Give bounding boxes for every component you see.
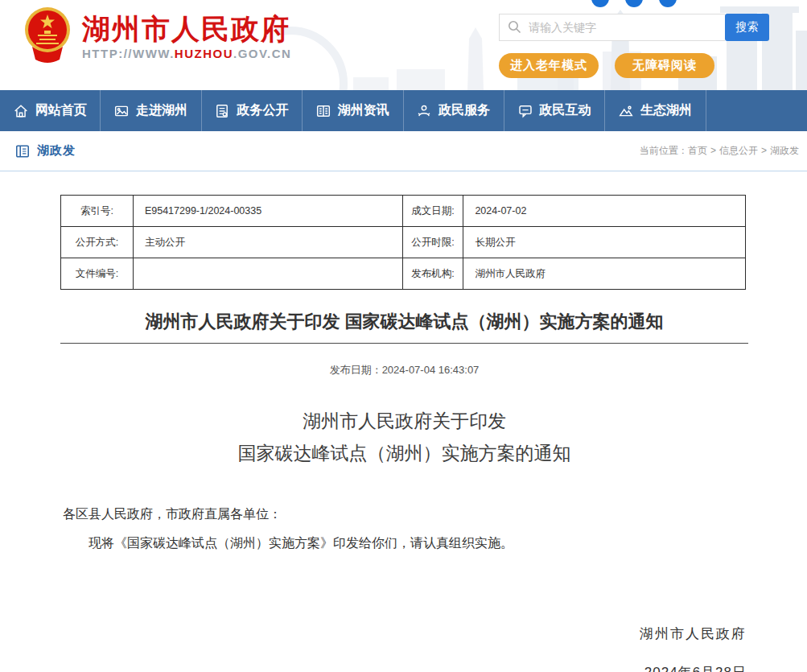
document-content: 索引号: E95417299-1/2024-00335 成文日期: 2024-0…	[60, 195, 748, 672]
document-folder-icon	[14, 143, 31, 159]
nav-item-civic-services[interactable]: 政民服务	[404, 90, 504, 131]
eco-mountain-icon	[619, 104, 633, 118]
meta-value-issue-date: 2024-07-02	[463, 196, 746, 227]
signature-agency: 湖州市人民政府	[60, 625, 748, 643]
scenery-icon	[114, 104, 129, 118]
site-header: 湖州市人民政府 HTTP://WWW.HUZHOU.GOV.CN 搜索 进入老年…	[0, 0, 807, 90]
table-row: 索引号: E95417299-1/2024-00335 成文日期: 2024-0…	[61, 196, 746, 227]
site-url: HTTP://WWW.HUZHOU.GOV.CN	[82, 47, 291, 60]
section-title: 湖政发	[37, 143, 76, 159]
search-input[interactable]	[499, 14, 725, 41]
document-title-line2: 国家碳达峰试点（湖州）实施方案的通知	[60, 437, 748, 469]
service-icon	[417, 104, 431, 118]
meta-label-disclosure-method: 公开方式:	[61, 227, 134, 258]
meta-value-index-number: E95417299-1/2024-00335	[133, 196, 402, 227]
elder-mode-button[interactable]: 进入老年模式	[499, 53, 599, 78]
document-title: 湖州市人民政府关于印发 国家碳达峰试点（湖州）实施方案的通知	[60, 405, 748, 469]
breadcrumb-link-info-disclosure[interactable]: 信息公开	[719, 145, 758, 156]
publish-date: 发布日期：2024-07-04 16:43:07	[60, 363, 748, 377]
national-emblem-icon	[23, 6, 72, 66]
nav-spacer	[706, 90, 807, 131]
barrier-free-reading-button[interactable]: 无障碍阅读	[615, 53, 714, 78]
breadcrumb-bar: 湖政发 当前位置：首页>信息公开>湖政发	[0, 131, 807, 171]
site-logo[interactable]: 湖州市人民政府 HTTP://WWW.HUZHOU.GOV.CN	[23, 6, 291, 66]
document-title-line1: 湖州市人民政府关于印发	[60, 405, 748, 437]
meta-value-disclosure-period: 长期公开	[463, 227, 746, 258]
site-name: 湖州市人民政府	[82, 13, 291, 45]
search-bar: 搜索	[499, 14, 769, 41]
breadcrumb-location-label: 当前位置：	[640, 145, 688, 156]
news-icon	[316, 104, 331, 118]
home-icon	[14, 104, 28, 118]
breadcrumb-link-home[interactable]: 首页	[688, 145, 707, 156]
document-meta-table: 索引号: E95417299-1/2024-00335 成文日期: 2024-0…	[60, 195, 746, 290]
meta-label-file-number: 文件编号:	[61, 258, 134, 290]
title-divider	[60, 343, 748, 344]
meta-label-issue-date: 成文日期:	[402, 196, 463, 227]
nav-item-home[interactable]: 网站首页	[0, 90, 101, 131]
section-heading: 湖政发	[14, 143, 76, 159]
breadcrumb-current[interactable]: 湖政发	[770, 145, 799, 156]
table-row: 文件编号: 发布机构: 湖州市人民政府	[61, 258, 746, 290]
search-icon	[508, 20, 521, 34]
meta-label-disclosure-period: 公开时限:	[402, 227, 463, 258]
salutation-paragraph: 各区县人民政府，市政府直属各单位：	[60, 506, 748, 523]
body-paragraph: 现将《国家碳达峰试点（湖州）实施方案》印发给你们，请认真组织实施。	[60, 535, 748, 552]
search-button[interactable]: 搜索	[725, 14, 769, 41]
breadcrumb: 当前位置：首页>信息公开>湖政发	[640, 144, 799, 158]
meta-label-index-number: 索引号:	[61, 196, 134, 227]
nav-item-about-huzhou[interactable]: 走进湖州	[101, 90, 201, 131]
main-navigation: 网站首页 走进湖州 政务公开 湖州资讯 政民服务 政民互动 生态湖州	[0, 90, 807, 131]
meta-label-issuing-agency: 发布机构:	[402, 258, 463, 290]
nav-item-gov-disclosure[interactable]: 政务公开	[202, 90, 303, 131]
nav-item-eco-huzhou[interactable]: 生态湖州	[605, 90, 706, 131]
nav-item-civic-interaction[interactable]: 政民互动	[504, 90, 605, 131]
nav-item-huzhou-news[interactable]: 湖州资讯	[303, 90, 403, 131]
meta-value-file-number	[133, 258, 402, 290]
signature-date: 2024年6月28日	[60, 663, 748, 672]
meta-value-disclosure-method: 主动公开	[133, 227, 402, 258]
table-row: 公开方式: 主动公开 公开时限: 长期公开	[61, 227, 746, 258]
meta-value-issuing-agency: 湖州市人民政府	[463, 258, 746, 290]
accessibility-buttons: 进入老年模式 无障碍阅读	[499, 53, 714, 78]
page-title: 湖州市人民政府关于印发 国家碳达峰试点（湖州）实施方案的通知	[60, 310, 748, 334]
chat-icon	[518, 104, 533, 118]
gov-document-icon	[215, 104, 229, 118]
